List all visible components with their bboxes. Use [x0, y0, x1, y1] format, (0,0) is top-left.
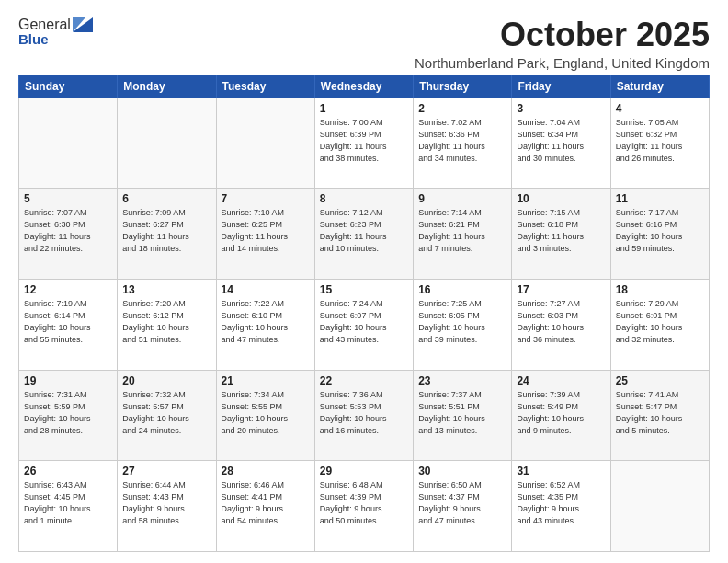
calendar-cell: 7Sunrise: 7:10 AM Sunset: 6:25 PM Daylig… [216, 189, 314, 280]
day-info: Sunrise: 7:20 AM Sunset: 6:12 PM Dayligh… [122, 298, 210, 346]
calendar-cell: 4Sunrise: 7:05 AM Sunset: 6:32 PM Daylig… [610, 98, 709, 189]
page: General Blue October 2025 Northumberland… [0, 0, 728, 563]
day-number: 8 [320, 192, 408, 205]
calendar-cell: 25Sunrise: 7:41 AM Sunset: 5:47 PM Dayli… [610, 370, 709, 461]
calendar-week-row: 19Sunrise: 7:31 AM Sunset: 5:59 PM Dayli… [19, 370, 710, 461]
day-number: 9 [418, 192, 506, 205]
calendar-cell: 29Sunrise: 6:48 AM Sunset: 4:39 PM Dayli… [314, 461, 413, 552]
location-title: Northumberland Park, England, United Kin… [415, 55, 710, 71]
calendar-cell: 20Sunrise: 7:32 AM Sunset: 5:57 PM Dayli… [118, 370, 216, 461]
weekday-header-tuesday: Tuesday [216, 75, 314, 98]
calendar-cell: 19Sunrise: 7:31 AM Sunset: 5:59 PM Dayli… [19, 370, 118, 461]
weekday-header-saturday: Saturday [610, 75, 709, 98]
day-number: 13 [122, 283, 210, 296]
day-info: Sunrise: 7:05 AM Sunset: 6:32 PM Dayligh… [616, 117, 704, 165]
day-number: 17 [517, 283, 605, 296]
calendar-week-row: 5Sunrise: 7:07 AM Sunset: 6:30 PM Daylig… [19, 189, 710, 280]
weekday-header-sunday: Sunday [19, 75, 118, 98]
day-info: Sunrise: 6:44 AM Sunset: 4:43 PM Dayligh… [122, 479, 210, 527]
day-info: Sunrise: 7:41 AM Sunset: 5:47 PM Dayligh… [616, 389, 704, 437]
day-info: Sunrise: 7:04 AM Sunset: 6:34 PM Dayligh… [517, 117, 605, 165]
day-info: Sunrise: 7:17 AM Sunset: 6:16 PM Dayligh… [616, 207, 704, 255]
day-info: Sunrise: 7:12 AM Sunset: 6:23 PM Dayligh… [320, 207, 408, 255]
day-info: Sunrise: 6:52 AM Sunset: 4:35 PM Dayligh… [517, 479, 605, 527]
calendar-cell: 27Sunrise: 6:44 AM Sunset: 4:43 PM Dayli… [118, 461, 216, 552]
day-number: 11 [616, 192, 704, 205]
weekday-header-row: SundayMondayTuesdayWednesdayThursdayFrid… [19, 75, 710, 98]
calendar-table: SundayMondayTuesdayWednesdayThursdayFrid… [18, 75, 710, 552]
calendar-cell: 13Sunrise: 7:20 AM Sunset: 6:12 PM Dayli… [118, 279, 216, 370]
calendar-cell: 24Sunrise: 7:39 AM Sunset: 5:49 PM Dayli… [512, 370, 610, 461]
day-info: Sunrise: 7:10 AM Sunset: 6:25 PM Dayligh… [222, 207, 310, 255]
day-info: Sunrise: 6:43 AM Sunset: 4:45 PM Dayligh… [24, 479, 112, 527]
day-number: 25 [616, 374, 704, 387]
day-info: Sunrise: 7:09 AM Sunset: 6:27 PM Dayligh… [122, 207, 210, 255]
calendar-cell: 17Sunrise: 7:27 AM Sunset: 6:03 PM Dayli… [512, 279, 610, 370]
calendar-cell: 14Sunrise: 7:22 AM Sunset: 6:10 PM Dayli… [216, 279, 314, 370]
day-info: Sunrise: 7:15 AM Sunset: 6:18 PM Dayligh… [517, 207, 605, 255]
day-info: Sunrise: 7:02 AM Sunset: 6:36 PM Dayligh… [418, 117, 506, 165]
logo-icon [73, 17, 93, 32]
weekday-header-wednesday: Wednesday [314, 75, 413, 98]
calendar-cell: 16Sunrise: 7:25 AM Sunset: 6:05 PM Dayli… [414, 279, 512, 370]
day-number: 19 [24, 374, 112, 387]
day-number: 7 [222, 192, 310, 205]
weekday-header-friday: Friday [512, 75, 610, 98]
day-number: 27 [122, 465, 210, 477]
calendar-cell: 31Sunrise: 6:52 AM Sunset: 4:35 PM Dayli… [512, 461, 610, 552]
calendar-cell [118, 98, 216, 189]
day-info: Sunrise: 7:00 AM Sunset: 6:39 PM Dayligh… [320, 117, 408, 165]
calendar-cell: 15Sunrise: 7:24 AM Sunset: 6:07 PM Dayli… [314, 279, 413, 370]
day-info: Sunrise: 7:37 AM Sunset: 5:51 PM Dayligh… [418, 389, 506, 437]
day-number: 26 [24, 465, 112, 477]
title-block: October 2025 Northumberland Park, Englan… [415, 17, 710, 71]
calendar-week-row: 12Sunrise: 7:19 AM Sunset: 6:14 PM Dayli… [19, 279, 710, 370]
day-number: 24 [517, 374, 605, 387]
day-number: 4 [616, 102, 704, 115]
day-number: 2 [418, 102, 506, 115]
calendar-cell: 5Sunrise: 7:07 AM Sunset: 6:30 PM Daylig… [19, 189, 118, 280]
day-number: 22 [320, 374, 408, 387]
day-info: Sunrise: 6:50 AM Sunset: 4:37 PM Dayligh… [418, 479, 506, 527]
calendar-cell: 2Sunrise: 7:02 AM Sunset: 6:36 PM Daylig… [414, 98, 512, 189]
logo-blue-text: Blue [18, 31, 49, 47]
day-info: Sunrise: 7:29 AM Sunset: 6:01 PM Dayligh… [616, 298, 704, 346]
weekday-header-thursday: Thursday [414, 75, 512, 98]
calendar-cell: 9Sunrise: 7:14 AM Sunset: 6:21 PM Daylig… [414, 189, 512, 280]
day-info: Sunrise: 7:19 AM Sunset: 6:14 PM Dayligh… [24, 298, 112, 346]
calendar-cell: 23Sunrise: 7:37 AM Sunset: 5:51 PM Dayli… [414, 370, 512, 461]
calendar-cell: 6Sunrise: 7:09 AM Sunset: 6:27 PM Daylig… [118, 189, 216, 280]
day-number: 21 [222, 374, 310, 387]
calendar-cell: 26Sunrise: 6:43 AM Sunset: 4:45 PM Dayli… [19, 461, 118, 552]
month-title: October 2025 [415, 17, 710, 53]
calendar-cell [216, 98, 314, 189]
calendar-cell [610, 461, 709, 552]
day-number: 23 [418, 374, 506, 387]
weekday-header-monday: Monday [118, 75, 216, 98]
day-number: 30 [418, 465, 506, 477]
day-number: 1 [320, 102, 408, 115]
calendar-cell: 8Sunrise: 7:12 AM Sunset: 6:23 PM Daylig… [314, 189, 413, 280]
day-number: 31 [517, 465, 605, 477]
calendar-cell: 22Sunrise: 7:36 AM Sunset: 5:53 PM Dayli… [314, 370, 413, 461]
day-number: 16 [418, 283, 506, 296]
day-number: 15 [320, 283, 408, 296]
day-info: Sunrise: 7:25 AM Sunset: 6:05 PM Dayligh… [418, 298, 506, 346]
day-number: 5 [24, 192, 112, 205]
day-info: Sunrise: 7:39 AM Sunset: 5:49 PM Dayligh… [517, 389, 605, 437]
day-info: Sunrise: 7:36 AM Sunset: 5:53 PM Dayligh… [320, 389, 408, 437]
day-number: 6 [122, 192, 210, 205]
calendar-week-row: 1Sunrise: 7:00 AM Sunset: 6:39 PM Daylig… [19, 98, 710, 189]
day-info: Sunrise: 7:34 AM Sunset: 5:55 PM Dayligh… [222, 389, 310, 437]
day-number: 12 [24, 283, 112, 296]
calendar-cell [19, 98, 118, 189]
day-info: Sunrise: 7:14 AM Sunset: 6:21 PM Dayligh… [418, 207, 506, 255]
day-number: 10 [517, 192, 605, 205]
calendar-cell: 11Sunrise: 7:17 AM Sunset: 6:16 PM Dayli… [610, 189, 709, 280]
day-number: 3 [517, 102, 605, 115]
day-info: Sunrise: 7:31 AM Sunset: 5:59 PM Dayligh… [24, 389, 112, 437]
calendar-cell: 12Sunrise: 7:19 AM Sunset: 6:14 PM Dayli… [19, 279, 118, 370]
day-info: Sunrise: 7:07 AM Sunset: 6:30 PM Dayligh… [24, 207, 112, 255]
day-info: Sunrise: 7:22 AM Sunset: 6:10 PM Dayligh… [222, 298, 310, 346]
calendar-cell: 10Sunrise: 7:15 AM Sunset: 6:18 PM Dayli… [512, 189, 610, 280]
